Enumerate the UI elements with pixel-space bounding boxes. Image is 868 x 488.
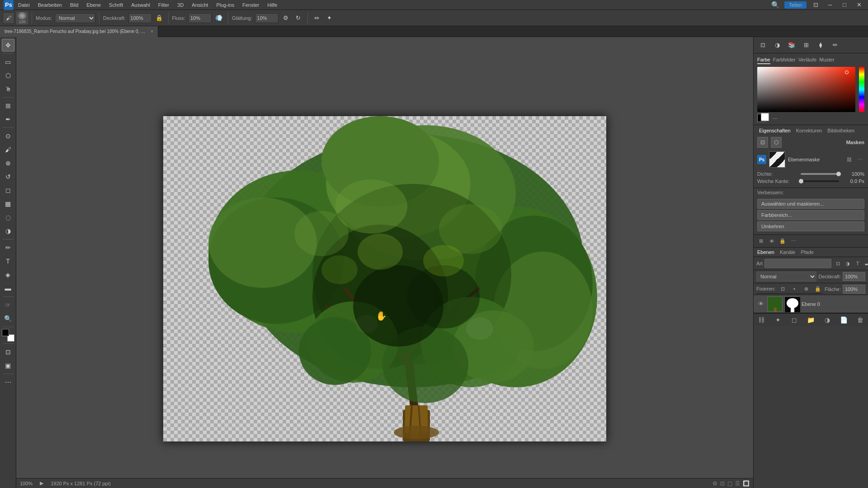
- brush-tool[interactable]: 🖌: [2, 143, 14, 156]
- add-style-btn[interactable]: ✦: [773, 315, 783, 325]
- menu-ansicht[interactable]: Ansicht: [188, 1, 212, 9]
- lock-all-icon[interactable]: 🔒: [813, 284, 822, 293]
- weiche-kante-track[interactable]: [801, 180, 839, 182]
- gradient-tool[interactable]: ▦: [2, 197, 14, 210]
- crop-tool[interactable]: ⊞: [2, 99, 14, 112]
- teilen-button[interactable]: Teilen: [784, 1, 807, 9]
- status-icon3[interactable]: ▢: [727, 480, 732, 487]
- pressure-icon[interactable]: ✦: [324, 13, 335, 23]
- window-close[interactable]: ✕: [854, 0, 864, 10]
- menu-bild[interactable]: Bild: [66, 1, 82, 9]
- new-group-btn[interactable]: 📁: [806, 315, 816, 325]
- arrange-icon[interactable]: ⊡: [810, 0, 821, 10]
- fg-bg-colors[interactable]: [757, 114, 765, 122]
- hand-tool[interactable]: ☞: [2, 299, 14, 311]
- flaeche-input[interactable]: [843, 285, 865, 294]
- menu-hilfe[interactable]: Hilfe: [264, 1, 281, 9]
- tab-verlaeufe[interactable]: Verläufe: [798, 56, 816, 64]
- spot-heal-tool[interactable]: ⊙: [2, 130, 14, 142]
- delete-layer-btn[interactable]: 🗑: [855, 315, 865, 325]
- status-arrow[interactable]: ▶: [40, 480, 43, 486]
- menu-filter[interactable]: Filter: [155, 1, 173, 9]
- glattung-input[interactable]: [255, 13, 278, 23]
- canvas-area[interactable]: ✋ 100% ▶ 1920 Px x 1281 Px (72 ppi) ⚙ ⊡ …: [16, 37, 753, 488]
- channels-icon[interactable]: ⧫: [814, 39, 827, 52]
- tool-options-icon[interactable]: 🖌: [3, 12, 14, 24]
- status-icon5[interactable]: 🔳: [743, 480, 750, 487]
- menu-fenster[interactable]: Fenster: [239, 1, 263, 9]
- menu-plugins[interactable]: Plug-ins: [212, 1, 238, 9]
- shape-tool[interactable]: ▬: [2, 282, 14, 295]
- paths-icon[interactable]: ✏: [829, 39, 841, 52]
- angle-icon[interactable]: ↻: [293, 13, 304, 23]
- tab-close-btn[interactable]: ×: [151, 29, 153, 34]
- farbbereich-btn[interactable]: Farbbereich...: [757, 210, 864, 220]
- ebenen-search[interactable]: [764, 259, 831, 268]
- properties-icon[interactable]: ⊡: [756, 39, 769, 52]
- brush-picker[interactable]: 120: [16, 12, 28, 24]
- layer-item-ebene0[interactable]: 👁: [754, 295, 868, 313]
- dodge-tool[interactable]: ◑: [2, 225, 14, 237]
- modus-select[interactable]: Normal: [55, 13, 95, 23]
- pixel-filter-icon[interactable]: ⊡: [833, 259, 842, 268]
- zoom-tool[interactable]: 🔍: [2, 312, 14, 325]
- tab-korrekturen[interactable]: Korrekturen: [794, 127, 824, 134]
- tab-eigenschaften[interactable]: Eigenschaften: [757, 127, 793, 134]
- dichte-track[interactable]: [801, 173, 839, 175]
- dichte-thumb[interactable]: [836, 172, 841, 176]
- lock-fill-icon[interactable]: ▪: [790, 284, 799, 293]
- ebenen-more-icon[interactable]: ⋯: [789, 237, 798, 246]
- text-filter-icon[interactable]: T: [853, 259, 862, 268]
- move-tool[interactable]: ✥: [2, 39, 14, 52]
- window-minimize[interactable]: ─: [825, 0, 835, 10]
- pen-tool[interactable]: ✏: [2, 241, 14, 254]
- shape-filter-icon[interactable]: ▬: [863, 259, 868, 268]
- tab-farbe[interactable]: Farbe: [757, 56, 770, 64]
- status-icon1[interactable]: ⚙: [712, 480, 717, 487]
- pixel-mask-icon[interactable]: ⊡: [757, 137, 768, 148]
- adj-filter-icon[interactable]: ◑: [843, 259, 852, 268]
- tab-kanaele[interactable]: Kanäle: [780, 249, 795, 255]
- ebenen-eye-icon[interactable]: 👁: [767, 237, 776, 246]
- vector-mask-icon[interactable]: ⬡: [771, 137, 782, 148]
- eraser-tool[interactable]: ◻: [2, 184, 14, 197]
- eyedropper-tool[interactable]: ✒: [2, 113, 14, 126]
- tab-bibliotheken[interactable]: Bibliotheken: [826, 127, 856, 134]
- layers-icon[interactable]: ⊞: [800, 39, 812, 52]
- menu-ebene[interactable]: Ebene: [83, 1, 104, 9]
- umkehren-btn[interactable]: Umkehren: [757, 221, 864, 231]
- tab-farbfelder[interactable]: Farbfelder: [773, 56, 796, 64]
- tab-pfade[interactable]: Pfade: [801, 249, 814, 255]
- airbrush-icon[interactable]: 💨: [213, 13, 224, 23]
- color-spectrum[interactable]: [859, 67, 864, 112]
- add-mask-btn[interactable]: ◻: [789, 315, 799, 325]
- menu-auswahl[interactable]: Auswahl: [127, 1, 154, 9]
- fluss-input[interactable]: [188, 13, 212, 23]
- screen-mode-tool[interactable]: ▣: [2, 359, 14, 372]
- weiche-kante-thumb[interactable]: [799, 179, 803, 183]
- stamp-tool[interactable]: ⊕: [2, 157, 14, 169]
- history-tool[interactable]: ↺: [2, 170, 14, 183]
- menu-3d[interactable]: 3D: [174, 1, 187, 9]
- link-layers-btn[interactable]: ⛓: [756, 315, 766, 325]
- menu-bearbeiten[interactable]: Bearbeiten: [34, 1, 66, 9]
- tab-muster[interactable]: Muster: [819, 56, 835, 64]
- auswaehlen-maskieren-btn[interactable]: Auswählen und maskieren...: [757, 199, 864, 209]
- ebenen-grid-icon[interactable]: ⊞: [756, 237, 765, 246]
- text-tool[interactable]: T: [2, 255, 14, 267]
- path-select-tool[interactable]: ◈: [2, 268, 14, 281]
- window-maximize[interactable]: □: [839, 0, 850, 10]
- deckkraft-input[interactable]: [128, 13, 152, 23]
- tab-ebenen[interactable]: Ebenen: [757, 249, 774, 255]
- lock-pos-icon[interactable]: ⊕: [802, 284, 811, 293]
- deckkraft-layer-input[interactable]: [843, 272, 865, 281]
- ebenenmaske-options-icon[interactable]: ⋯: [855, 155, 864, 164]
- color-swatches[interactable]: [2, 329, 14, 342]
- lock-pixels-icon[interactable]: ⊡: [778, 284, 787, 293]
- active-tab[interactable]: tree-7186835_Ramon Perucho auf Pixabay.j…: [0, 26, 158, 37]
- menu-schrift[interactable]: Schrift: [105, 1, 127, 9]
- adjustments-icon[interactable]: ◑: [771, 39, 783, 52]
- libraries-icon[interactable]: 📚: [785, 39, 798, 52]
- quick-mask-tool[interactable]: ⊡: [2, 346, 14, 358]
- more-tools[interactable]: ⋯: [2, 376, 14, 389]
